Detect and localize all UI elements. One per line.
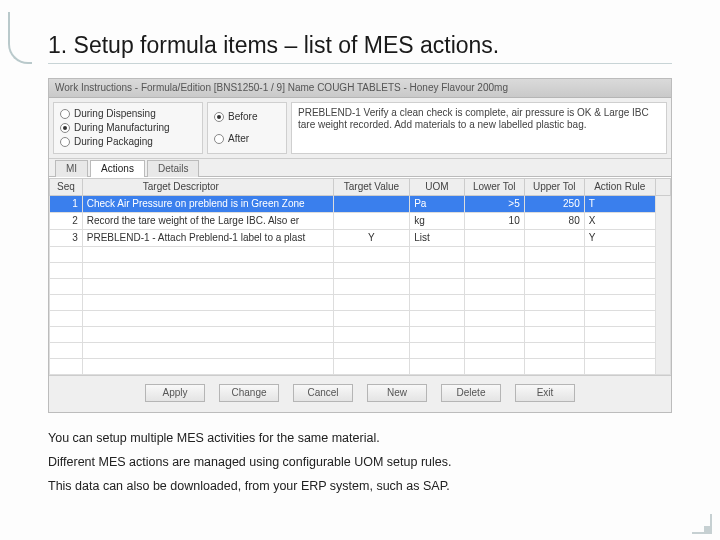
table-row[interactable] [50, 247, 671, 263]
table-row[interactable] [50, 359, 671, 375]
radio-label: During Dispensing [74, 108, 156, 120]
slide-title: 1. Setup formula items – list of MES act… [48, 32, 672, 59]
cell-seq: 3 [50, 230, 83, 247]
table-row[interactable]: 3 PREBLEND-1 - Attach Preblend-1 label t… [50, 230, 671, 247]
decorative-corner-icon [692, 514, 712, 534]
description-box: PREBLEND-1 Verify a clean check is compl… [291, 102, 667, 154]
tab-details[interactable]: Details [147, 160, 200, 177]
col-uom[interactable]: UOM [410, 179, 465, 196]
grid-area: Seq Target Descriptor Target Value UOM L… [49, 177, 671, 375]
note-line: This data can also be downloaded, from y… [48, 475, 672, 499]
cell-hi: 250 [524, 196, 584, 213]
note-line: Different MES actions are managed using … [48, 451, 672, 475]
tab-bar: MI Actions Details [49, 159, 671, 177]
table-row[interactable] [50, 311, 671, 327]
cell-uom: kg [410, 213, 465, 230]
new-button[interactable]: New [367, 384, 427, 402]
cell-desc: Check Air Pressure on preblend is in Gre… [82, 196, 333, 213]
table-row[interactable]: 1 Check Air Pressure on preblend is in G… [50, 196, 671, 213]
cell-lo [464, 230, 524, 247]
table-row[interactable]: 2 Record the tare weight of the Large IB… [50, 213, 671, 230]
col-lower-tol[interactable]: Lower Tol [464, 179, 524, 196]
cell-seq: 2 [50, 213, 83, 230]
cancel-button[interactable]: Cancel [293, 384, 353, 402]
cell-hi: 80 [524, 213, 584, 230]
col-upper-tol[interactable]: Upper Tol [524, 179, 584, 196]
exit-button[interactable]: Exit [515, 384, 575, 402]
cell-uom: List [410, 230, 465, 247]
radio-label: During Manufacturing [74, 122, 170, 134]
radio-icon [214, 134, 224, 144]
app-window: Work Instructions - Formula/Edition [BNS… [48, 78, 672, 413]
col-target-descriptor[interactable]: Target Descriptor [82, 179, 333, 196]
cell-desc: PREBLEND-1 - Attach Preblend-1 label to … [82, 230, 333, 247]
table-row[interactable] [50, 327, 671, 343]
change-button[interactable]: Change [219, 384, 279, 402]
radio-label: Before [228, 111, 257, 123]
cell-rule: X [584, 213, 655, 230]
window-titlebar: Work Instructions - Formula/Edition [BNS… [49, 79, 671, 98]
table-row[interactable] [50, 279, 671, 295]
table-row[interactable] [50, 263, 671, 279]
radio-label: During Packaging [74, 136, 153, 148]
table-row[interactable] [50, 295, 671, 311]
cell-tv: Y [333, 230, 409, 247]
apply-button[interactable]: Apply [145, 384, 205, 402]
cell-lo: 10 [464, 213, 524, 230]
cell-tv [333, 213, 409, 230]
cell-tv [333, 196, 409, 213]
when-group: Before After [207, 102, 287, 154]
radio-label: After [228, 133, 249, 145]
cell-hi [524, 230, 584, 247]
tab-mi[interactable]: MI [55, 160, 88, 177]
cell-lo: >5 [464, 196, 524, 213]
radio-manufacturing[interactable]: During Manufacturing [60, 122, 194, 134]
col-scroll [655, 179, 670, 196]
radio-packaging[interactable]: During Packaging [60, 136, 194, 148]
actions-table[interactable]: Seq Target Descriptor Target Value UOM L… [49, 178, 671, 375]
tab-actions[interactable]: Actions [90, 160, 145, 177]
cell-uom: Pa [410, 196, 465, 213]
button-bar: Apply Change Cancel New Delete Exit [49, 375, 671, 412]
cell-rule: T [584, 196, 655, 213]
radio-icon [60, 137, 70, 147]
cell-rule: Y [584, 230, 655, 247]
radio-icon [214, 112, 224, 122]
radio-icon [60, 123, 70, 133]
footnotes: You can setup multiple MES activities fo… [48, 427, 672, 498]
cell-desc: Record the tare weight of the Large IBC.… [82, 213, 333, 230]
delete-button[interactable]: Delete [441, 384, 501, 402]
scrollbar[interactable] [655, 196, 670, 375]
cell-seq: 1 [50, 196, 83, 213]
table-row[interactable] [50, 343, 671, 359]
radio-dispensing[interactable]: During Dispensing [60, 108, 194, 120]
phase-group: During Dispensing During Manufacturing D… [53, 102, 203, 154]
radio-before[interactable]: Before [214, 111, 278, 123]
radio-after[interactable]: After [214, 133, 278, 145]
radio-icon [60, 109, 70, 119]
col-target-value[interactable]: Target Value [333, 179, 409, 196]
col-seq[interactable]: Seq [50, 179, 83, 196]
note-line: You can setup multiple MES activities fo… [48, 427, 672, 451]
col-action-rule[interactable]: Action Rule [584, 179, 655, 196]
